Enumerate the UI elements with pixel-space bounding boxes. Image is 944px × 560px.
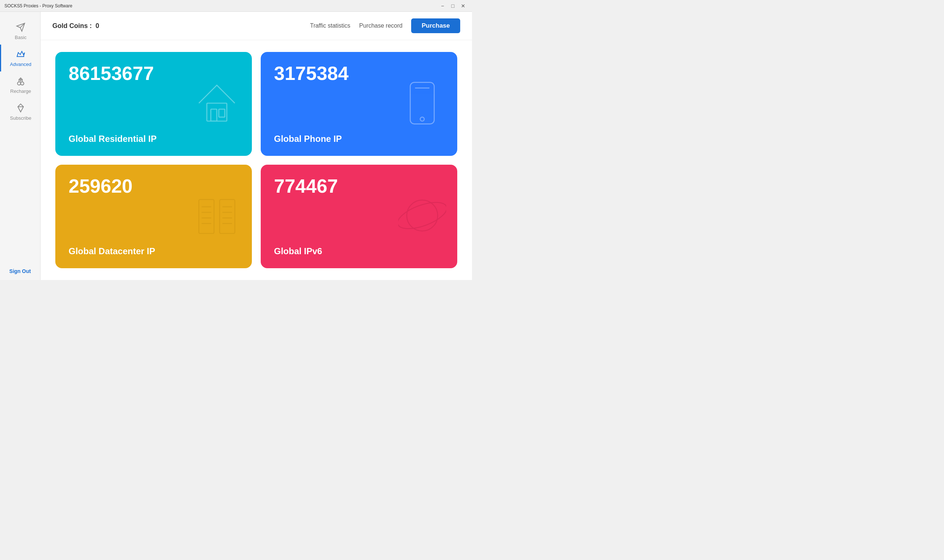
- recharge-icon: +: [15, 76, 26, 86]
- app-body: Basic Advanced + Recharge: [0, 12, 472, 280]
- main-content: Gold Coins : 0 Traffic statistics Purcha…: [40, 12, 472, 280]
- svg-rect-15: [199, 200, 214, 234]
- card-datacenter-number: 259620: [69, 177, 239, 195]
- card-datacenter[interactable]: 259620 Global Datacenter IP: [55, 165, 252, 269]
- sidebar-item-basic-label: Basic: [15, 35, 26, 40]
- sidebar-item-advanced[interactable]: Advanced: [0, 45, 40, 71]
- card-residential-label: Global Residential IP: [69, 134, 239, 144]
- header: Gold Coins : 0 Traffic statistics Purcha…: [40, 12, 472, 40]
- svg-rect-11: [219, 109, 225, 117]
- window-title: SOCKS5 Proxies - Proxy Software: [5, 3, 72, 8]
- sidebar-item-subscribe[interactable]: Subscribe: [0, 98, 40, 125]
- svg-marker-7: [18, 104, 23, 112]
- svg-point-14: [420, 117, 424, 121]
- card-phone-number: 3175384: [274, 64, 444, 83]
- window-controls: − □ ✕: [438, 2, 467, 10]
- card-datacenter-label: Global Datacenter IP: [69, 246, 239, 257]
- phone-icon: [398, 79, 446, 129]
- sign-out-button[interactable]: Sign Out: [0, 262, 40, 280]
- purchase-button[interactable]: Purchase: [411, 18, 460, 33]
- diamond-icon: [15, 103, 26, 113]
- card-ipv6[interactable]: 774467 Global IPv6: [261, 165, 457, 269]
- svg-point-26: [398, 197, 446, 234]
- house-icon: [193, 79, 241, 129]
- sidebar-item-recharge[interactable]: + Recharge: [0, 71, 40, 98]
- card-ipv6-label: Global IPv6: [274, 246, 444, 257]
- gold-coins-value: 0: [96, 22, 99, 29]
- cards-grid: 86153677 Global Residential IP 3175384 G…: [40, 40, 472, 280]
- svg-rect-16: [220, 200, 235, 234]
- svg-rect-10: [211, 109, 217, 121]
- send-icon: [15, 22, 26, 32]
- planet-icon: [398, 192, 446, 241]
- sidebar-item-advanced-label: Advanced: [10, 62, 31, 67]
- svg-text:+: +: [20, 82, 22, 85]
- sidebar: Basic Advanced + Recharge: [0, 12, 40, 280]
- gold-coins-display: Gold Coins : 0: [52, 22, 99, 30]
- card-residential-number: 86153677: [69, 64, 239, 83]
- server-icon: [193, 192, 241, 241]
- crown-icon: [15, 49, 26, 59]
- close-button[interactable]: ✕: [459, 2, 467, 10]
- sidebar-item-basic[interactable]: Basic: [0, 18, 40, 45]
- sidebar-item-subscribe-label: Subscribe: [10, 115, 31, 121]
- header-actions: Traffic statistics Purchase record Purch…: [310, 18, 460, 33]
- card-ipv6-number: 774467: [274, 177, 444, 195]
- minimize-button[interactable]: −: [438, 2, 447, 10]
- traffic-statistics-link[interactable]: Traffic statistics: [310, 23, 350, 29]
- sidebar-item-recharge-label: Recharge: [10, 88, 31, 94]
- purchase-record-link[interactable]: Purchase record: [359, 23, 402, 29]
- card-phone[interactable]: 3175384 Global Phone IP: [261, 52, 457, 156]
- gold-coins-label: Gold Coins :: [52, 22, 92, 29]
- svg-rect-12: [410, 82, 434, 124]
- card-residential[interactable]: 86153677 Global Residential IP: [55, 52, 252, 156]
- title-bar: SOCKS5 Proxies - Proxy Software − □ ✕: [0, 0, 472, 12]
- maximize-button[interactable]: □: [449, 2, 457, 10]
- card-phone-label: Global Phone IP: [274, 134, 444, 144]
